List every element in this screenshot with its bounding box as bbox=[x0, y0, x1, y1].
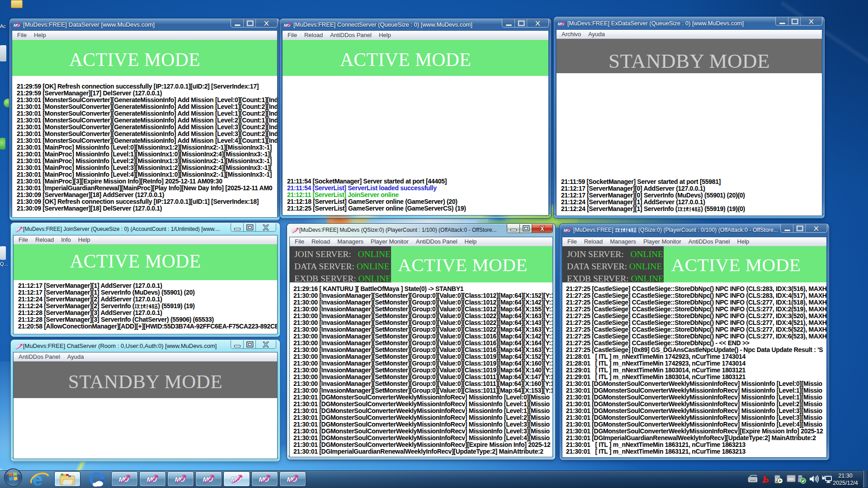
svg-text:vm: vm bbox=[788, 477, 794, 481]
